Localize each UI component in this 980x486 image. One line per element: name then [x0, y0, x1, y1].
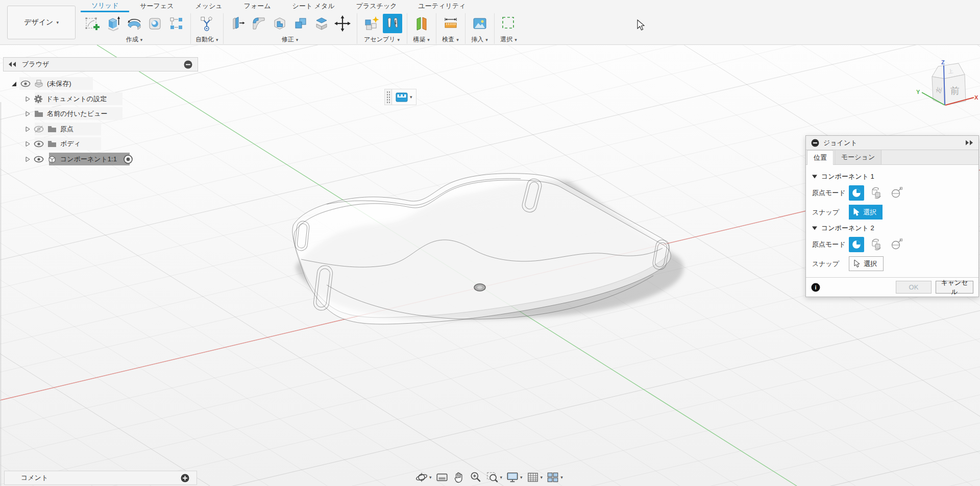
insert-image-button[interactable]: [470, 14, 489, 33]
component2-section-header[interactable]: コンポーネント 2: [812, 224, 972, 233]
group-label-modify[interactable]: 修正▾: [282, 35, 299, 44]
origin-mode-between-faces-button[interactable]: [889, 185, 904, 201]
design-menu-button[interactable]: デザイン ▾: [7, 6, 76, 39]
group-label-select[interactable]: 選択▾: [500, 35, 517, 44]
browser-row-bodies[interactable]: ボディ: [24, 137, 81, 150]
press-pull-button[interactable]: [228, 14, 248, 33]
group-label-assemble[interactable]: アセンブリ▾: [364, 35, 400, 44]
browser-row-origin[interactable]: 原点: [24, 123, 74, 135]
group-label-automate[interactable]: 自動化▾: [195, 35, 218, 44]
zoom-window-button[interactable]: ▾: [484, 470, 504, 485]
component2-snap-select-button[interactable]: 選択: [849, 256, 884, 271]
revolve-button[interactable]: [125, 14, 144, 33]
joint-dialog-tabs: 位置 モーション: [806, 150, 978, 165]
grid-snap-button[interactable]: ▾: [525, 470, 545, 485]
select-tool-button[interactable]: [499, 14, 519, 33]
origin-mode-set-button[interactable]: [869, 185, 884, 201]
collapsed-arrow-icon[interactable]: [24, 140, 31, 148]
tab-utilities[interactable]: ユーティリティ: [408, 0, 477, 12]
group-label-construct[interactable]: 構築▾: [413, 35, 430, 44]
chevron-down-icon: ▾: [140, 37, 143, 42]
set-mode-icon: [870, 238, 883, 251]
move-button[interactable]: [333, 14, 352, 33]
new-component-button[interactable]: [362, 14, 381, 33]
measure-button[interactable]: [441, 14, 460, 33]
hole-button[interactable]: [145, 14, 165, 33]
origin-mode-simple-button[interactable]: [849, 237, 864, 252]
component1-snap-select-button[interactable]: 選択: [849, 205, 883, 220]
origin-point[interactable]: [474, 284, 485, 291]
tab-motion[interactable]: モーション: [835, 150, 881, 164]
origin-mode-set-button[interactable]: [869, 237, 884, 252]
look-at-button[interactable]: [434, 470, 450, 485]
orbit-icon: [415, 471, 428, 484]
pattern-button[interactable]: [166, 14, 186, 33]
collapse-panel-icon[interactable]: [8, 61, 17, 67]
offset-face-button[interactable]: [312, 14, 331, 33]
origin-mode-between-faces-button[interactable]: [889, 237, 904, 252]
snap-label: スナップ: [812, 208, 849, 217]
activate-component-radio[interactable]: [123, 154, 133, 164]
viewports-button[interactable]: ▾: [545, 470, 565, 485]
visibility-hidden-eye-icon[interactable]: [34, 125, 44, 133]
browser-row-document[interactable]: (未保存): [10, 77, 71, 90]
group-label-inspect[interactable]: 検査▾: [442, 35, 459, 44]
visibility-eye-icon[interactable]: [20, 80, 31, 87]
joint-button[interactable]: [383, 14, 402, 33]
joint-type-button[interactable]: ▾: [392, 89, 416, 105]
joint-dialog-title: ジョイント: [823, 138, 961, 148]
zoom-button[interactable]: [468, 470, 484, 485]
visibility-eye-icon[interactable]: [34, 140, 44, 148]
fillet-icon: [251, 15, 267, 32]
tab-form[interactable]: フォーム: [233, 0, 282, 12]
folder-icon: [47, 140, 57, 148]
joint-dialog-header[interactable]: ジョイント: [806, 136, 978, 150]
pan-button[interactable]: [451, 470, 467, 485]
browser-row-named-views[interactable]: 名前の付いたビュー: [24, 107, 108, 120]
visibility-eye-icon[interactable]: [34, 156, 44, 163]
component1-section-header[interactable]: コンポーネント 1: [812, 172, 972, 181]
fillet-button[interactable]: [249, 14, 268, 33]
add-comment-icon[interactable]: [181, 474, 189, 482]
collapsed-arrow-icon[interactable]: [24, 110, 31, 117]
fusion360-window: デザイン ▾ ソリッド サーフェス メッシュ フォーム シート メタル プラスチ…: [0, 0, 980, 486]
tab-plastic[interactable]: プラスチック: [346, 0, 408, 12]
collapsed-arrow-icon[interactable]: [24, 156, 31, 163]
browser-row-label: (未保存): [47, 79, 71, 88]
viewcube-front-label[interactable]: 前: [950, 86, 960, 96]
create-sketch-button[interactable]: [83, 14, 102, 33]
expanded-arrow-icon[interactable]: [10, 80, 17, 87]
drag-handle[interactable]: [386, 90, 390, 104]
svg-text:i: i: [815, 284, 816, 290]
comment-bar[interactable]: コメント: [4, 471, 197, 485]
origin-mode-simple-button[interactable]: [849, 185, 864, 201]
construction-plane-button[interactable]: [412, 14, 431, 33]
automation-icon: [199, 15, 215, 32]
collapse-dialog-icon[interactable]: [811, 139, 819, 147]
shell-button[interactable]: [270, 14, 289, 33]
tab-position[interactable]: 位置: [807, 150, 834, 165]
browser-row-component[interactable]: コンポーネント1:1: [24, 153, 133, 165]
cancel-button[interactable]: キャンセル: [936, 281, 973, 294]
viewcube-top-label[interactable]: 上: [947, 68, 953, 75]
browser-row-document-settings[interactable]: ドキュメントの設定: [24, 92, 107, 105]
tab-solid[interactable]: ソリッド: [81, 0, 129, 12]
tab-sheet-metal[interactable]: シート メタル: [282, 0, 346, 12]
display-settings-button[interactable]: ▾: [504, 470, 524, 485]
hide-panel-icon[interactable]: [184, 60, 192, 69]
group-label-insert[interactable]: 挿入▾: [471, 35, 488, 44]
combine-button[interactable]: [291, 14, 310, 33]
automation-button[interactable]: [197, 14, 216, 33]
collapsed-arrow-icon[interactable]: [24, 126, 31, 133]
orbit-button[interactable]: ▾: [413, 470, 433, 485]
tab-mesh[interactable]: メッシュ: [184, 0, 233, 12]
collapsed-arrow-icon[interactable]: [24, 95, 31, 103]
extrude-button[interactable]: [104, 14, 123, 33]
tab-surface[interactable]: サーフェス: [129, 0, 184, 12]
ok-button[interactable]: OK: [896, 281, 932, 294]
group-label-create[interactable]: 作成▾: [126, 35, 143, 44]
info-icon[interactable]: i: [811, 283, 820, 292]
view-cube[interactable]: 上 左 前 Z Y X: [916, 59, 978, 105]
dock-panel-icon[interactable]: [965, 140, 973, 145]
origin-mode-label: 原点モード: [812, 188, 849, 198]
